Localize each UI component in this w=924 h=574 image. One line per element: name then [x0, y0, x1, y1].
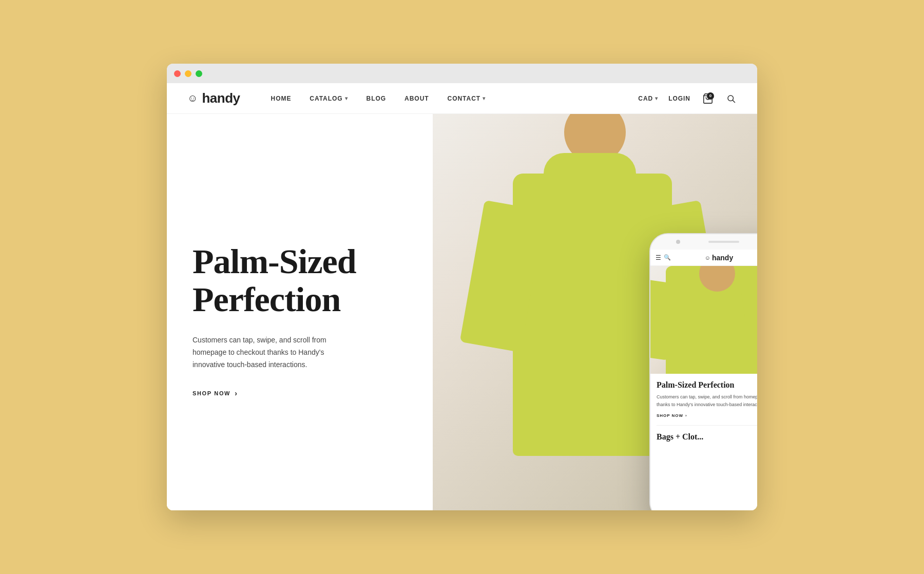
nav-links: HOME CATALOG ▾ BLOG ABOUT CONTACT ▾ [271, 95, 639, 102]
phone-camera-icon [676, 240, 680, 244]
phone-hero-image [650, 266, 757, 374]
hero-section: Palm-Sized Perfection Customers can tap,… [167, 114, 757, 510]
hero-image: ☰ 🔍 ☺ handy CAD ▾ [433, 114, 758, 510]
contact-chevron-icon: ▾ [483, 95, 486, 101]
hero-body-text: Customers can tap, swipe, and scroll fro… [192, 334, 352, 371]
browser-content: ☺ handy HOME CATALOG ▾ BLOG ABOUT CONTAC… [167, 83, 757, 510]
woman-shirt [513, 174, 672, 456]
cart-button[interactable]: 0 [701, 91, 715, 106]
browser-window: ☺ handy HOME CATALOG ▾ BLOG ABOUT CONTAC… [167, 64, 757, 510]
maximize-button[interactable] [196, 70, 202, 77]
close-button[interactable] [174, 70, 181, 77]
nav-about[interactable]: ABOUT [405, 95, 429, 102]
minimize-button[interactable] [185, 70, 191, 77]
hero-heading: Palm-Sized Perfection [192, 242, 407, 319]
hero-left: Palm-Sized Perfection Customers can tap,… [167, 114, 433, 510]
phone-hero-body: Customers can tap, swipe, and scroll fro… [657, 393, 757, 408]
shop-now-arrow-icon: › [235, 389, 238, 397]
logo-text: handy [202, 90, 240, 106]
cart-badge: 0 [707, 92, 714, 100]
phone-shop-now-link[interactable]: SHOP NOW › [657, 413, 757, 418]
currency-selector[interactable]: CAD ▾ [638, 95, 658, 102]
window-titlebar [167, 64, 757, 83]
phone-shop-now-arrow-icon: › [685, 413, 687, 418]
phone-screen: ☰ 🔍 ☺ handy CAD ▾ [650, 250, 757, 510]
svg-line-2 [733, 100, 735, 102]
cad-chevron-icon: ▾ [655, 95, 658, 101]
phone-logo-smile-icon: ☺ [705, 255, 710, 261]
shop-now-link[interactable]: SHOP NOW › [192, 389, 407, 397]
login-button[interactable]: LOGIN [668, 95, 690, 102]
phone-navbar: ☰ 🔍 ☺ handy CAD ▾ [650, 250, 757, 266]
phone-search-icon[interactable]: 🔍 [664, 254, 671, 261]
nav-blog[interactable]: BLOG [367, 95, 387, 102]
nav-home[interactable]: HOME [271, 95, 292, 102]
navbar: ☺ handy HOME CATALOG ▾ BLOG ABOUT CONTAC… [167, 83, 757, 114]
phone-nav-left: ☰ 🔍 [656, 254, 671, 261]
phone-notch [650, 234, 757, 250]
nav-right: CAD ▾ LOGIN 0 [638, 91, 737, 106]
phone-logo[interactable]: ☺ handy [705, 254, 733, 262]
phone-content: Palm-Sized Perfection Customers can tap,… [650, 374, 757, 448]
nav-contact[interactable]: CONTACT ▾ [448, 95, 486, 102]
logo[interactable]: ☺ handy [187, 90, 240, 106]
catalog-chevron-icon: ▾ [345, 95, 348, 101]
phone-bags-title: Bags + Clot... [657, 432, 757, 442]
search-button[interactable] [725, 93, 737, 104]
hero-right: ☰ 🔍 ☺ handy CAD ▾ [433, 114, 758, 510]
phone-speaker [708, 241, 739, 243]
mobile-phone: ☰ 🔍 ☺ handy CAD ▾ [649, 233, 757, 510]
nav-catalog[interactable]: CATALOG ▾ [310, 95, 348, 102]
phone-menu-icon[interactable]: ☰ [656, 254, 661, 261]
logo-smile-icon: ☺ [187, 92, 198, 104]
phone-hero-title: Palm-Sized Perfection [657, 380, 757, 390]
phone-divider [657, 425, 757, 426]
phone-shirt-right-sleeve [740, 279, 757, 360]
